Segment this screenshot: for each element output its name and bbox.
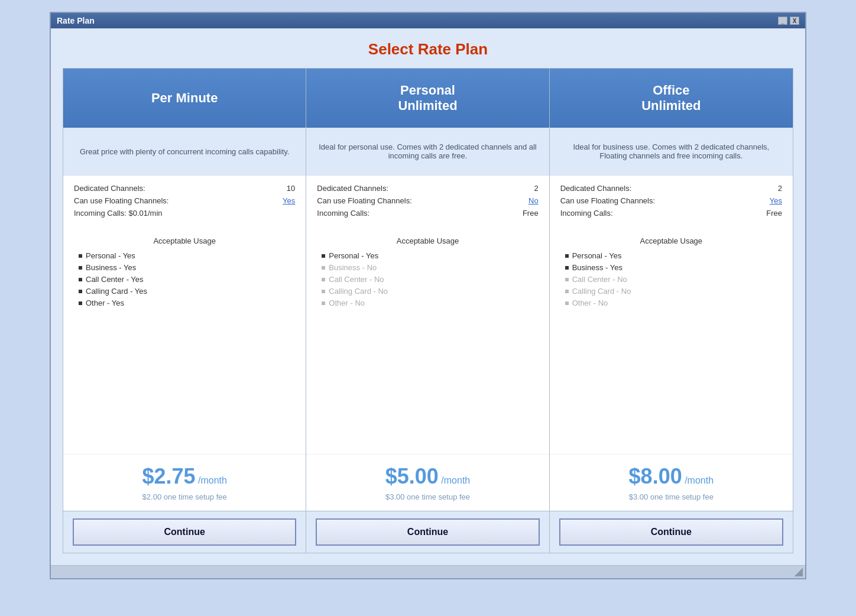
floating-channels-value[interactable]: Yes xyxy=(283,196,295,205)
usage-section-personal-unlimited: Acceptable UsagePersonal - YesBusiness -… xyxy=(306,229,549,454)
usage-list-item: Business - Yes xyxy=(565,263,782,272)
price-value: $5.00 xyxy=(385,464,439,488)
plan-description-per-minute: Great price with plenty of concurrent in… xyxy=(63,128,306,175)
incoming-calls-label: Incoming Calls: xyxy=(317,209,369,218)
usage-item-label: Business - No xyxy=(329,263,377,272)
dedicated-channels-row: Dedicated Channels:2 xyxy=(560,184,782,193)
usage-list-item: Call Center - No xyxy=(565,275,782,284)
usage-list-item: Personal - Yes xyxy=(79,251,295,260)
usage-list-item: Calling Card - Yes xyxy=(79,287,295,296)
bullet-enabled xyxy=(79,301,82,305)
floating-channels-value[interactable]: No xyxy=(528,196,539,205)
bullet-disabled xyxy=(565,301,569,305)
dedicated-channels-label: Dedicated Channels: xyxy=(560,184,632,193)
usage-list-item: Other - No xyxy=(565,299,782,307)
usage-item-label: Calling Card - No xyxy=(572,287,631,296)
page-title: Select Rate Plan xyxy=(63,40,793,59)
price-setup-fee: $2.00 one time setup fee xyxy=(74,492,295,501)
usage-section-per-minute: Acceptable UsagePersonal - YesBusiness -… xyxy=(63,229,306,454)
bullet-disabled xyxy=(322,278,325,281)
bullet-enabled xyxy=(79,266,82,270)
floating-channels-row: Can use Floating Channels:No xyxy=(317,196,538,205)
incoming-calls-label: Incoming Calls: xyxy=(560,209,613,218)
bullet-enabled xyxy=(565,254,569,258)
close-button[interactable]: X xyxy=(790,17,799,25)
continue-section-personal-unlimited: Continue xyxy=(306,511,549,553)
continue-button-office-unlimited[interactable]: Continue xyxy=(559,518,783,546)
incoming-calls-value: Free xyxy=(766,209,782,218)
bullet-enabled xyxy=(322,254,325,258)
usage-item-label: Business - Yes xyxy=(572,263,622,272)
price-main: $2.75 /month xyxy=(74,464,295,489)
usage-item-label: Personal - Yes xyxy=(86,251,135,260)
usage-list-item: Other - Yes xyxy=(79,299,295,307)
incoming-calls-row: Incoming Calls:Free xyxy=(560,209,782,218)
floating-channels-label: Can use Floating Channels: xyxy=(560,196,655,205)
usage-title: Acceptable Usage xyxy=(317,236,538,245)
usage-item-label: Calling Card - Yes xyxy=(86,287,147,296)
dedicated-channels-value: 10 xyxy=(287,184,295,193)
usage-item-label: Personal - Yes xyxy=(572,251,622,260)
incoming-calls-row: Incoming Calls: $0.01/min xyxy=(74,209,295,218)
bullet-disabled xyxy=(322,301,325,305)
price-period: /month xyxy=(439,475,470,485)
price-value: $8.00 xyxy=(629,464,682,488)
resize-handle[interactable] xyxy=(795,568,803,576)
usage-item-label: Call Center - No xyxy=(572,275,627,284)
plan-description-office-unlimited: Ideal for business use. Comes with 2 ded… xyxy=(550,128,793,175)
usage-item-label: Other - No xyxy=(572,299,608,307)
floating-channels-row: Can use Floating Channels:Yes xyxy=(74,196,295,205)
dedicated-channels-row: Dedicated Channels:10 xyxy=(74,184,295,193)
price-section-personal-unlimited: $5.00 /month$3.00 one time setup fee xyxy=(306,454,549,511)
usage-list: Personal - YesBusiness - NoCall Center -… xyxy=(317,251,538,307)
continue-button-personal-unlimited[interactable]: Continue xyxy=(316,518,539,546)
continue-section-office-unlimited: Continue xyxy=(550,511,793,553)
price-period: /month xyxy=(196,475,227,485)
dedicated-channels-label: Dedicated Channels: xyxy=(74,184,145,193)
plan-details-per-minute: Dedicated Channels:10Can use Floating Ch… xyxy=(63,175,306,229)
usage-item-label: Personal - Yes xyxy=(329,251,378,260)
bullet-disabled xyxy=(322,290,325,293)
dedicated-channels-value: 2 xyxy=(534,184,538,193)
bullet-enabled xyxy=(79,278,82,281)
plan-header-office-unlimited: OfficeUnlimited xyxy=(550,69,793,128)
bullet-disabled xyxy=(322,266,325,270)
title-bar: Rate Plan _ X xyxy=(51,13,805,28)
bullet-enabled xyxy=(79,290,82,293)
usage-list-item: Business - No xyxy=(322,263,538,272)
continue-section-per-minute: Continue xyxy=(63,511,306,553)
incoming-calls-value: Free xyxy=(523,209,539,218)
floating-channels-value[interactable]: Yes xyxy=(770,196,782,205)
usage-title: Acceptable Usage xyxy=(74,236,295,245)
usage-list-item: Calling Card - No xyxy=(322,287,538,296)
dedicated-channels-label: Dedicated Channels: xyxy=(317,184,388,193)
bullet-disabled xyxy=(565,290,569,293)
usage-list: Personal - YesBusiness - YesCall Center … xyxy=(560,251,782,307)
main-content: Select Rate Plan Per MinuteGreat price w… xyxy=(51,28,805,565)
plan-col-per-minute: Per MinuteGreat price with plenty of con… xyxy=(63,69,306,553)
floating-channels-row: Can use Floating Channels:Yes xyxy=(560,196,782,205)
usage-title: Acceptable Usage xyxy=(560,236,782,245)
plan-col-personal-unlimited: PersonalUnlimitedIdeal for personal use.… xyxy=(306,69,549,553)
continue-button-per-minute[interactable]: Continue xyxy=(73,518,296,546)
usage-item-label: Other - No xyxy=(329,299,365,307)
dedicated-channels-row: Dedicated Channels:2 xyxy=(317,184,538,193)
window-controls: _ X xyxy=(778,17,799,25)
plan-header-per-minute: Per Minute xyxy=(63,69,306,128)
minimize-button[interactable]: _ xyxy=(778,17,787,25)
price-section-office-unlimited: $8.00 /month$3.00 one time setup fee xyxy=(550,454,793,511)
bullet-enabled xyxy=(79,254,82,258)
price-period: /month xyxy=(682,475,714,485)
usage-item-label: Call Center - Yes xyxy=(86,275,144,284)
bottom-bar xyxy=(51,565,805,578)
floating-channels-label: Can use Floating Channels: xyxy=(317,196,411,205)
plans-grid: Per MinuteGreat price with plenty of con… xyxy=(63,68,793,553)
price-main: $5.00 /month xyxy=(317,464,538,489)
price-section-per-minute: $2.75 /month$2.00 one time setup fee xyxy=(63,454,306,511)
incoming-calls-label: Incoming Calls: $0.01/min xyxy=(74,209,163,218)
usage-list-item: Other - No xyxy=(322,299,538,307)
plan-details-personal-unlimited: Dedicated Channels:2Can use Floating Cha… xyxy=(306,175,549,229)
plan-header-personal-unlimited: PersonalUnlimited xyxy=(306,69,549,128)
usage-list-item: Personal - Yes xyxy=(322,251,538,260)
usage-item-label: Other - Yes xyxy=(86,299,124,307)
